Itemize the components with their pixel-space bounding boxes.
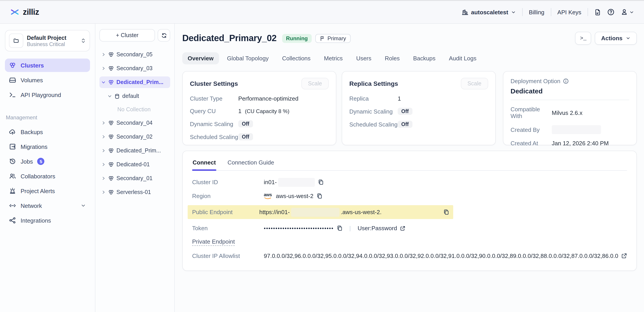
copy-cluster-id-button[interactable] xyxy=(318,179,324,185)
sidebar-item-project-alerts[interactable]: Project Alerts xyxy=(5,184,90,198)
sidebar-item-network[interactable]: Network xyxy=(5,199,90,212)
cluster-type-value: Performance-optimized xyxy=(238,95,298,102)
cluster-icon xyxy=(108,134,114,140)
sidebar-item-label: Integrations xyxy=(20,217,51,224)
tree-item-label: Secondary_02 xyxy=(116,134,152,140)
refresh-icon xyxy=(161,32,167,38)
org-chevron-down-icon xyxy=(511,10,516,14)
brand-logo[interactable]: zilliz xyxy=(10,7,39,17)
refresh-button[interactable] xyxy=(158,29,170,42)
add-cluster-button[interactable]: + Cluster xyxy=(100,29,155,42)
aws-logo-text: aws xyxy=(264,193,272,197)
external-link-icon xyxy=(400,225,405,231)
divider xyxy=(510,100,629,100)
project-name: Default Project xyxy=(27,35,77,41)
terminal-glyph: >_ xyxy=(580,35,586,41)
help-icon[interactable] xyxy=(607,8,614,16)
private-endpoint-link[interactable]: Private Endpoint xyxy=(192,238,235,246)
copy-public-endpoint-button[interactable] xyxy=(443,209,449,215)
main-content: Dedicated_Primary_02 Running Primary >_ … xyxy=(175,24,644,312)
tab-roles[interactable]: Roles xyxy=(380,52,405,64)
tab-audit-logs[interactable]: Audit Logs xyxy=(444,52,482,64)
project-plan: Business Critical xyxy=(27,41,77,47)
user-password-link[interactable]: User:Password xyxy=(358,225,405,232)
tab-connection-guide[interactable]: Connection Guide xyxy=(227,157,274,170)
replica-scheduled-scaling-value: Off xyxy=(398,121,412,128)
replica-value: 1 xyxy=(398,95,401,102)
cluster-icon xyxy=(108,65,114,72)
cluster-id-label: Cluster ID xyxy=(192,179,264,185)
tab-collections[interactable]: Collections xyxy=(277,52,316,64)
tree-item-dedicated-primary-selected[interactable]: Dedicated_Prim... xyxy=(100,76,170,88)
replica-scale-button[interactable]: Scale xyxy=(460,78,488,89)
tab-users[interactable]: Users xyxy=(351,52,377,64)
tree-item-label: Dedicated_Prim... xyxy=(116,148,161,154)
sidebar-item-migrations[interactable]: Migrations xyxy=(5,140,90,153)
cluster-icon xyxy=(108,175,114,181)
tree-item-serverless-01[interactable]: Serverless-01 xyxy=(100,186,170,198)
tree-item-dedicated-primary-2[interactable]: Dedicated_Prim... xyxy=(100,145,170,156)
sidebar-item-clusters[interactable]: Clusters xyxy=(5,59,90,72)
tab-overview[interactable]: Overview xyxy=(182,52,219,64)
brand-name: zilliz xyxy=(23,7,39,17)
chevron-right-icon xyxy=(101,52,106,57)
tab-global-topology[interactable]: Global Topology xyxy=(222,52,274,64)
created-by-label: Created By xyxy=(510,126,552,133)
deployment-option-label: Deployment Option xyxy=(510,78,560,84)
clusters-icon xyxy=(9,62,16,69)
tree-item-secondary-03[interactable]: Secondary_03 xyxy=(100,63,170,74)
chevron-right-icon xyxy=(101,149,106,153)
tab-backups[interactable]: Backups xyxy=(408,52,441,64)
actions-button[interactable]: Actions xyxy=(595,32,637,45)
network-arrows-icon xyxy=(9,202,16,209)
chevron-right-icon xyxy=(101,66,106,71)
tree-item-dedicated-01[interactable]: Dedicated-01 xyxy=(100,159,170,170)
sidebar-item-label: Collaborators xyxy=(20,173,55,179)
cli-terminal-button[interactable]: >_ xyxy=(575,32,592,45)
info-icon[interactable] xyxy=(563,78,569,84)
divider xyxy=(588,8,588,16)
cluster-scale-button[interactable]: Scale xyxy=(301,78,329,89)
compatible-with-value: Milvus 2.6.x xyxy=(552,109,582,116)
user-menu[interactable] xyxy=(621,8,634,16)
sidebar-item-label: Project Alerts xyxy=(20,187,55,194)
tab-metrics[interactable]: Metrics xyxy=(319,52,348,64)
sidebar-item-integrations[interactable]: Integrations xyxy=(5,214,90,227)
tree-item-secondary-02[interactable]: Secondary_02 xyxy=(100,131,170,143)
query-cu-value: 1 (CU Capacity 8 %) xyxy=(238,108,289,114)
docs-icon[interactable] xyxy=(594,9,601,15)
cluster-tabs: Overview Global Topology Collections Met… xyxy=(182,52,637,64)
sidebar-item-api-playground[interactable]: API Playground xyxy=(5,88,90,102)
sidebar-item-collaborators[interactable]: Collaborators xyxy=(5,169,90,183)
copy-region-button[interactable] xyxy=(317,193,322,199)
tree-item-label: default xyxy=(122,93,139,99)
cluster-id-row: Cluster ID in01- xyxy=(192,177,627,187)
sidebar-item-volumes[interactable]: Volumes xyxy=(5,73,90,87)
allowlist-external-link-button[interactable] xyxy=(621,253,627,259)
sidebar-item-backups[interactable]: Backups xyxy=(5,125,90,139)
deployment-option-card: Deployment Option Dedicated Compatible W… xyxy=(503,71,637,145)
sidebar-item-jobs[interactable]: Jobs 5 xyxy=(5,155,90,168)
billing-link[interactable]: Billing xyxy=(529,9,544,15)
tree-item-secondary-01[interactable]: Secondary_01 xyxy=(100,172,170,184)
tree-item-label: Secondary_04 xyxy=(116,120,152,126)
page-title: Dedicated_Primary_02 xyxy=(182,33,276,43)
primary-badge: Primary xyxy=(315,34,350,43)
tree-item-default-database[interactable]: default xyxy=(100,90,170,102)
sidebar-item-label: Clusters xyxy=(20,62,44,69)
cluster-id-redacted xyxy=(278,178,315,187)
tree-item-secondary-05[interactable]: Secondary_05 xyxy=(100,49,170,60)
api-keys-link[interactable]: API Keys xyxy=(557,9,581,15)
tree-item-secondary-04[interactable]: Secondary_04 xyxy=(100,117,170,129)
dynamic-scaling-value: Off xyxy=(238,120,253,127)
divider xyxy=(522,8,523,16)
tab-connect[interactable]: Connect xyxy=(192,157,216,170)
connect-card: Connect Connection Guide Cluster ID in01… xyxy=(182,151,637,271)
org-switcher[interactable]: autoscaletest xyxy=(462,9,516,15)
chevron-right-icon xyxy=(101,121,106,125)
public-endpoint-prefix: https://in01- xyxy=(259,209,290,215)
copy-token-button[interactable] xyxy=(337,225,342,231)
query-cu-label: Query CU xyxy=(190,108,238,114)
project-selector[interactable]: Default Project Business Critical xyxy=(5,30,90,51)
management-section-label: Management xyxy=(6,114,90,121)
